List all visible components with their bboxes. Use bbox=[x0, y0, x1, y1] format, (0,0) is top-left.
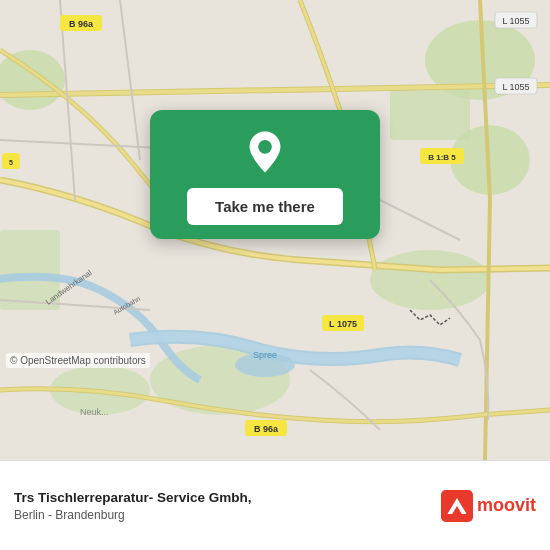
place-region: Berlin - Brandenburg bbox=[14, 508, 431, 522]
svg-rect-4 bbox=[390, 90, 470, 140]
svg-text:L 1055: L 1055 bbox=[502, 82, 529, 92]
svg-text:B 96a: B 96a bbox=[254, 424, 279, 434]
moovit-logo: moovit bbox=[441, 490, 536, 522]
svg-text:Spree: Spree bbox=[253, 350, 277, 360]
moovit-wordmark: moovit bbox=[477, 495, 536, 516]
location-card: Take me there bbox=[150, 110, 380, 239]
svg-text:Neuk...: Neuk... bbox=[80, 407, 109, 417]
moovit-icon bbox=[441, 490, 473, 522]
svg-text:B 1:B 5: B 1:B 5 bbox=[428, 153, 456, 162]
location-pin-icon bbox=[241, 128, 289, 176]
svg-point-29 bbox=[258, 140, 272, 154]
take-me-there-button[interactable]: Take me there bbox=[187, 188, 343, 225]
copyright-text: © OpenStreetMap contributors bbox=[6, 353, 150, 368]
place-name: Trs Tischlerreparatur- Service Gmbh, bbox=[14, 489, 431, 508]
map-area: B 96a L 1055 L 1055 B 1:B 5 5 L 1075 B 9… bbox=[0, 0, 550, 460]
svg-text:L 1055: L 1055 bbox=[502, 16, 529, 26]
place-info: Trs Tischlerreparatur- Service Gmbh, Ber… bbox=[14, 489, 431, 522]
bottom-bar: Trs Tischlerreparatur- Service Gmbh, Ber… bbox=[0, 460, 550, 550]
svg-text:L 1075: L 1075 bbox=[329, 319, 357, 329]
svg-text:B 96a: B 96a bbox=[69, 19, 94, 29]
svg-text:5: 5 bbox=[9, 159, 13, 166]
